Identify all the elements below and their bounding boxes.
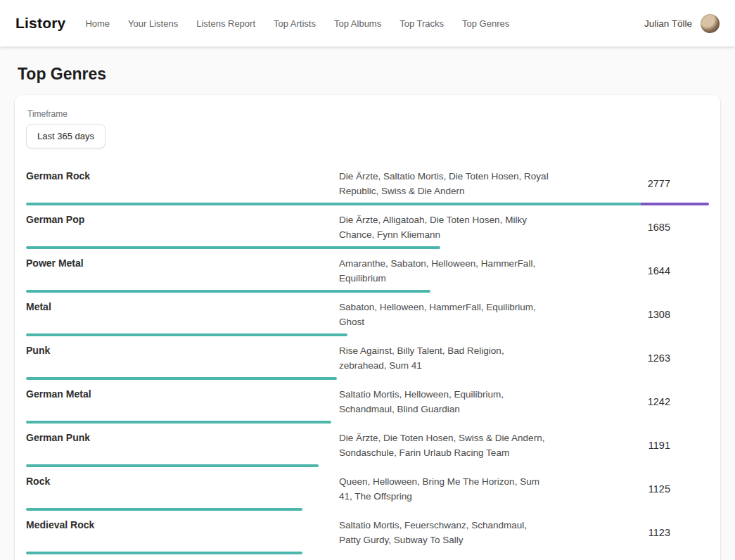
main-nav: Home Your Listens Listens Report Top Art… — [85, 18, 644, 29]
genre-count: 1123 — [550, 527, 709, 538]
genre-name: Power Metal — [26, 256, 339, 286]
genre-artists: Die Ärzte, Alligatoah, Die Toten Hosen, … — [339, 212, 550, 242]
genre-artists: Die Ärzte, Saltatio Mortis, Die Toten Ho… — [339, 169, 550, 198]
table-row: Medieval Rock Saltatio Mortis, Feuerschw… — [26, 514, 709, 558]
nav-link-home[interactable]: Home — [85, 18, 110, 29]
genre-artists: Saltatio Mortis, Helloween, Equilibrium,… — [339, 387, 550, 416]
genre-progress-bar — [26, 377, 337, 380]
top-genres-card: Timeframe Last 365 days German Rock Die … — [15, 95, 720, 560]
user-area: Julian Tölle — [644, 14, 720, 33]
genre-artists: Amaranthe, Sabaton, Helloween, HammerFal… — [339, 256, 550, 286]
genre-progress-bar — [26, 552, 302, 554]
genre-progress-bar — [26, 421, 331, 424]
table-row: German Pop Die Ärzte, Alligatoah, Die To… — [26, 209, 709, 253]
genre-progress-bar — [26, 290, 430, 293]
nav-link-top-tracks[interactable]: Top Tracks — [400, 18, 444, 29]
genre-name: German Metal — [26, 387, 339, 416]
app-logo[interactable]: Listory — [15, 15, 65, 32]
nav-link-your-listens[interactable]: Your Listens — [128, 18, 178, 29]
genre-progress-bar — [26, 333, 347, 336]
timeframe-select[interactable]: Last 365 days — [26, 124, 106, 148]
genre-artists: Die Ärzte, Die Toten Hosen, Swiss & Die … — [339, 431, 550, 460]
page-content: Top Genres Timeframe Last 365 days Germa… — [0, 65, 735, 560]
user-name: Julian Tölle — [644, 18, 692, 29]
user-avatar[interactable] — [701, 14, 720, 33]
genre-progress-bar — [26, 508, 302, 511]
timeframe-label: Timeframe — [27, 109, 709, 119]
genre-table: German Rock Die Ärzte, Saltatio Mortis, … — [26, 165, 709, 560]
table-row: Punk Rise Against, Billy Talent, Bad Rel… — [26, 340, 709, 383]
genre-count: 1191 — [550, 440, 709, 451]
genre-name: German Pop — [26, 212, 339, 242]
genre-count: 1125 — [550, 483, 709, 495]
page-title: Top Genres — [18, 65, 720, 84]
nav-link-top-genres[interactable]: Top Genres — [462, 18, 509, 29]
genre-name: Rock — [26, 474, 339, 504]
nav-link-listens-report[interactable]: Listens Report — [196, 18, 255, 29]
nav-link-top-albums[interactable]: Top Albums — [334, 18, 381, 29]
genre-artists: Queen, Helloween, Bring Me The Horizon, … — [339, 474, 550, 504]
genre-name: German Punk — [26, 431, 339, 460]
top-navigation-bar: Listory Home Your Listens Listens Report… — [0, 0, 735, 46]
table-row: German Rock Die Ärzte, Saltatio Mortis, … — [26, 165, 709, 209]
genre-name: Medieval Rock — [26, 518, 339, 547]
genre-artists: Saltatio Mortis, Feuerschwanz, Schandmau… — [339, 518, 550, 547]
genre-progress-bar — [26, 464, 319, 467]
nav-link-top-artists[interactable]: Top Artists — [274, 18, 316, 29]
table-row: German Punk Die Ärzte, Die Toten Hosen, … — [26, 427, 709, 471]
genre-count: 1644 — [550, 265, 709, 276]
genre-artists: Sabaton, Helloween, HammerFall, Equilibr… — [339, 300, 550, 329]
genre-count: 1308 — [550, 309, 709, 320]
genre-name: Metal — [26, 300, 339, 329]
genre-progress-bar — [26, 203, 709, 205]
genre-count: 1242 — [550, 396, 709, 407]
genre-count: 2777 — [550, 178, 709, 189]
genre-count: 1685 — [550, 222, 709, 233]
table-row: Rock Queen, Helloween, Bring Me The Hori… — [26, 471, 709, 514]
genre-artists: Rise Against, Billy Talent, Bad Religion… — [339, 343, 550, 373]
genre-name: Punk — [26, 343, 339, 373]
genre-name: German Rock — [26, 169, 339, 198]
table-row: Power Metal Amaranthe, Sabaton, Hellowee… — [26, 253, 709, 296]
table-row: Metal Sabaton, Helloween, HammerFall, Eq… — [26, 296, 709, 340]
genre-progress-bar — [26, 246, 440, 249]
table-row: German Metal Saltatio Mortis, Helloween,… — [26, 383, 709, 427]
genre-count: 1263 — [550, 352, 709, 364]
